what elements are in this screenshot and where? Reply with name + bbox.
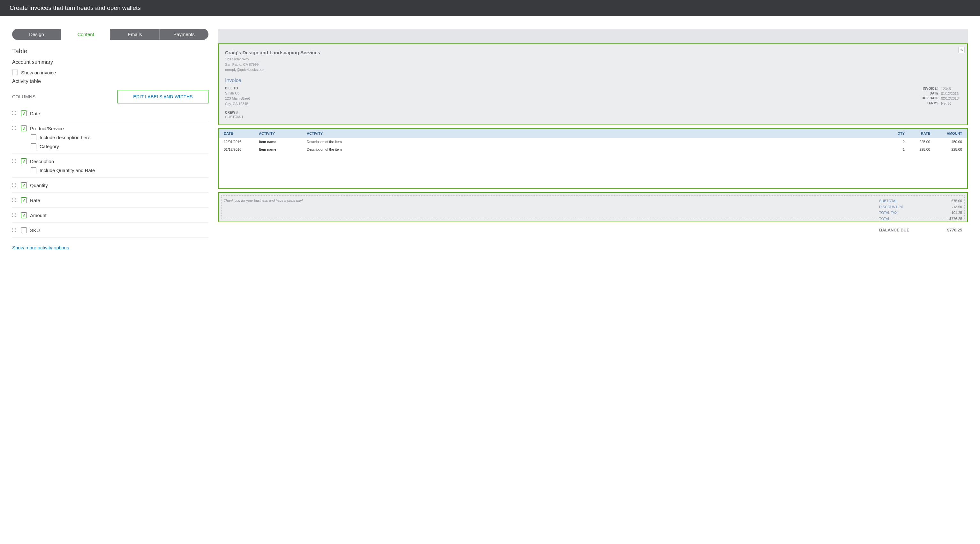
th-rate: RATE	[905, 132, 930, 135]
columns-label: COLUMNS	[12, 94, 36, 99]
page-title: Create invoices that turn heads and open…	[10, 5, 141, 11]
bill-to-addr2: City, CA 12345	[225, 101, 250, 107]
column-item-description: Description Include Quantity and Rate	[12, 154, 208, 178]
discount-value: -13.50	[952, 204, 962, 210]
invoice-date: 01/12/2016	[941, 91, 961, 96]
total-label: TOTAL	[879, 216, 890, 222]
label-category: Category	[40, 144, 59, 149]
drag-handle-icon[interactable]	[12, 228, 17, 233]
checkbox-show-on-invoice[interactable]	[12, 70, 18, 75]
preview-footer-section: ✎ Thank you for your business and have a…	[218, 192, 968, 222]
section-activity-table: Activity table	[12, 78, 208, 84]
checkbox-quantity[interactable]	[21, 182, 27, 188]
drag-handle-icon[interactable]	[12, 183, 17, 188]
tab-design[interactable]: Design	[12, 29, 61, 40]
company-addr2: San Pablo, CA 87999	[225, 62, 961, 67]
checkbox-sku[interactable]	[21, 227, 27, 233]
invoice-title: Invoice	[225, 78, 961, 83]
preview-table-section: DATE ACTIVITY ACTIVITY QTY RATE AMOUNT 1…	[218, 128, 968, 189]
label-amount: Amount	[30, 213, 47, 218]
bill-to-addr1: 123 Main Street	[225, 96, 250, 101]
company-addr1: 123 Sierra Way	[225, 57, 961, 62]
checkbox-product[interactable]	[21, 126, 27, 131]
checkbox-date[interactable]	[21, 110, 27, 116]
bill-to-label: BILL TO	[225, 86, 250, 90]
drag-handle-icon[interactable]	[12, 213, 17, 218]
label-date: Date	[30, 111, 40, 116]
drag-handle-icon[interactable]	[12, 198, 17, 203]
subtotal-value: 675.00	[951, 198, 962, 204]
pencil-icon[interactable]: ✎	[958, 47, 965, 53]
label-show-on-invoice: Show on invoice	[21, 70, 56, 75]
drag-handle-icon[interactable]	[12, 159, 17, 164]
th-activity1: ACTIVITY	[259, 132, 307, 135]
section-account-summary: Account summary	[12, 59, 208, 65]
edit-labels-button[interactable]: EDIT LABELS AND WIDTHS	[118, 90, 208, 103]
drag-handle-icon[interactable]	[12, 111, 17, 116]
label-description: Description	[30, 159, 54, 164]
tab-bar: Design Content Emails Payments	[12, 29, 208, 40]
drag-handle-icon[interactable]	[12, 126, 17, 131]
label-quantity: Quantity	[30, 183, 48, 188]
checkbox-category[interactable]	[31, 143, 37, 149]
checkbox-description[interactable]	[21, 158, 27, 164]
tab-payments[interactable]: Payments	[160, 29, 208, 40]
invoice-preview: ✎ Craig's Design and Landscaping Service…	[218, 29, 968, 251]
show-more-link[interactable]: Show more activity options	[12, 245, 69, 250]
label-sku: SKU	[30, 227, 40, 233]
balance-label: BALANCE DUE	[879, 227, 910, 232]
terms-label: TERMS	[927, 101, 939, 106]
th-qty: QTY	[886, 132, 905, 135]
preview-header-section: ✎ Craig's Design and Landscaping Service…	[218, 43, 968, 125]
page-header: Create invoices that turn heads and open…	[0, 0, 980, 16]
th-activity2: ACTIVITY	[307, 132, 886, 135]
column-item-rate: Rate	[12, 193, 208, 208]
due-date: 02/12/2016	[941, 96, 961, 101]
bill-to-name: Smith Co.	[225, 91, 250, 96]
tax-label: TOTAL TAX	[879, 210, 897, 216]
column-item-date: Date	[12, 106, 208, 121]
checkbox-include-qty-rate[interactable]	[31, 167, 37, 173]
column-item-amount: Amount	[12, 208, 208, 223]
label-rate: Rate	[30, 197, 40, 203]
preview-toolbar	[218, 29, 968, 43]
tab-content[interactable]: Content	[61, 29, 110, 40]
total-value: $776.25	[949, 216, 962, 222]
due-date-label: DUE DATE	[921, 96, 939, 101]
discount-label: DISCOUNT 2%	[879, 204, 904, 210]
section-table: Table	[12, 48, 208, 55]
crew-value: CUSTOM-1	[225, 115, 961, 119]
checkbox-rate[interactable]	[21, 197, 27, 203]
label-product: Product/Service	[30, 126, 64, 131]
balance-value: $776.25	[947, 227, 962, 232]
label-include-description: Include description here	[40, 135, 90, 140]
checkbox-amount[interactable]	[21, 212, 27, 218]
company-email: noreply@quickbooks.com	[225, 67, 961, 72]
table-row: 01/12/2016 Item name Description of the …	[219, 146, 967, 153]
column-item-product: Product/Service Include description here…	[12, 121, 208, 154]
label-include-qty-rate: Include Quantity and Rate	[40, 168, 95, 173]
table-header-row: DATE ACTIVITY ACTIVITY QTY RATE AMOUNT	[219, 129, 967, 138]
table-row: 12/01/2016 Item name Description of the …	[219, 138, 967, 146]
settings-panel: Design Content Emails Payments Table Acc…	[12, 29, 208, 251]
checkbox-include-description[interactable]	[31, 134, 37, 140]
th-date: DATE	[224, 132, 259, 135]
terms: Net 30	[941, 101, 961, 106]
subtotal-label: SUBTOTAL	[879, 198, 897, 204]
th-amount: AMOUNT	[930, 132, 962, 135]
crew-label: CREW #	[225, 111, 961, 114]
column-item-quantity: Quantity	[12, 178, 208, 193]
column-item-sku: SKU	[12, 223, 208, 238]
invoice-num: 12345	[941, 86, 961, 91]
invoice-num-label: INVOICE#	[923, 86, 939, 91]
company-name: Craig's Design and Landscaping Services	[225, 50, 961, 55]
tax-value: 101.25	[951, 210, 962, 216]
tab-emails[interactable]: Emails	[110, 29, 160, 40]
invoice-date-label: DATE	[929, 91, 939, 96]
thank-you-message: Thank you for your business and have a g…	[224, 199, 962, 202]
